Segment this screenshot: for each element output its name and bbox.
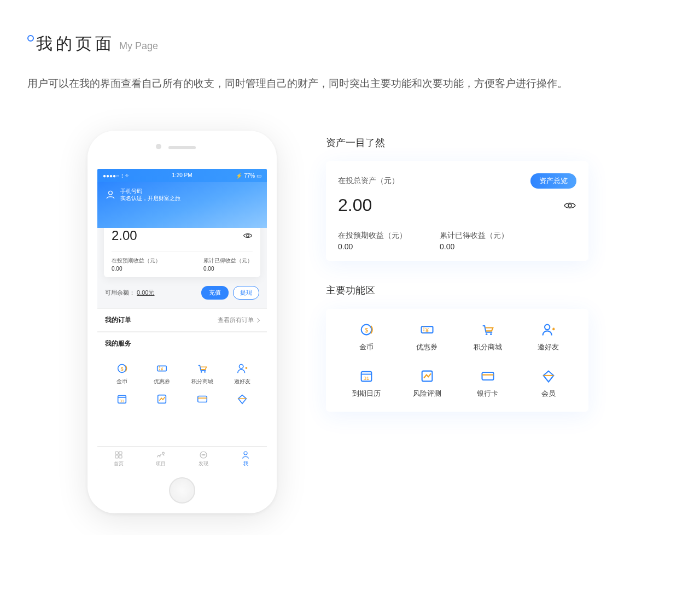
service-item[interactable]: 邀好友 — [518, 322, 579, 352]
tab-label: 项目 — [156, 461, 166, 466]
service-label: 邀好友 — [518, 342, 579, 352]
services-grid-enlarged: 金币优惠券积分商城邀好友到期日历风险评测银行卡会员 — [326, 309, 588, 412]
visibility-toggle-icon[interactable] — [563, 199, 576, 212]
page-description: 用户可以在我的界面查看自己所有的收支，同时管理自己的财产，同时突出主要功能和次要… — [27, 75, 673, 92]
orders-title: 我的订单 — [105, 315, 131, 325]
expected-return-label: 在投预期收益（元） — [112, 257, 161, 265]
service-item[interactable]: 优惠券 — [142, 362, 183, 385]
balance-label: 可用余额： — [105, 289, 135, 296]
total-return-value: 0.00 — [203, 266, 253, 272]
withdraw-button[interactable]: 提现 — [233, 286, 259, 300]
service-item[interactable]: 邀好友 — [223, 362, 263, 385]
service-item[interactable]: 到期日历 — [102, 393, 142, 416]
bank-card-icon — [196, 393, 208, 405]
page-subtitle: My Page — [119, 40, 158, 52]
service-label: 优惠券 — [396, 342, 457, 352]
points-mall-icon — [480, 322, 495, 337]
service-label: 银行卡 — [457, 389, 518, 399]
balance-value[interactable]: 0.00元 — [137, 289, 154, 296]
profile-header[interactable]: 手机号码 实名认证，开启财富之旅 — [97, 182, 267, 228]
status-right: ⚡ 77% ▭ — [236, 173, 261, 179]
tab-icon — [156, 450, 166, 460]
invite-icon — [541, 322, 556, 337]
services-title: 我的服务 — [105, 339, 131, 348]
vip-icon — [236, 393, 248, 405]
service-item[interactable]: 会员 — [518, 368, 579, 399]
orders-view-all: 查看所有订单 — [218, 316, 254, 324]
status-bar: ●●●●○ ⋮ ᯤ 1:20 PM ⚡ 77% ▭ — [97, 169, 267, 182]
service-label: 金币 — [336, 342, 396, 352]
tab-icon — [241, 450, 250, 460]
expected-return-label-big: 在投预期收益（元） — [338, 231, 407, 241]
risk-icon — [156, 393, 168, 405]
title-bullet-icon — [27, 35, 34, 42]
tab-icon — [114, 450, 124, 460]
tab-icon — [199, 450, 208, 460]
asset-overview-button-big[interactable]: 资产总览 — [530, 173, 576, 189]
heading-main-features: 主要功能区 — [326, 284, 588, 297]
user-verify-label: 实名认证，开启财富之旅 — [120, 195, 180, 202]
service-item[interactable]: 风险评测 — [396, 368, 457, 399]
tab-discover[interactable]: 发现 — [199, 450, 208, 467]
tab-project[interactable]: 项目 — [156, 450, 166, 467]
chevron-right-icon — [255, 318, 260, 323]
service-item[interactable]: 金币 — [102, 362, 142, 385]
asset-total-label-big: 在投总资产（元） — [338, 176, 399, 186]
service-item[interactable]: 银行卡 — [457, 368, 518, 399]
service-label: 优惠券 — [142, 378, 183, 385]
coin-icon — [359, 322, 374, 337]
service-label: 风险评测 — [396, 389, 457, 399]
status-time: 1:20 PM — [172, 172, 192, 178]
invite-icon — [236, 362, 248, 374]
tab-me[interactable]: 我 — [241, 450, 250, 467]
orders-row[interactable]: 我的订单 查看所有订单 — [97, 308, 267, 332]
service-item[interactable]: 到期日历 — [336, 368, 396, 399]
page-title-row: 我的页面 My Page — [27, 33, 673, 55]
tab-label: 首页 — [114, 461, 124, 466]
heading-asset-glance: 资产一目了然 — [326, 136, 588, 149]
service-item[interactable]: 积分商城 — [182, 362, 223, 385]
total-return-label-big: 累计已得收益（元） — [440, 231, 509, 241]
calendar-icon — [359, 368, 374, 384]
expected-return-value-big: 0.00 — [338, 242, 407, 251]
service-item[interactable]: 会员 — [223, 393, 263, 416]
phone-device-frame: ●●●●○ ⋮ ᯤ 1:20 PM ⚡ 77% ▭ 手机号码 实名认证，开启财富… — [88, 131, 277, 513]
user-phone-label: 手机号码 — [120, 188, 180, 195]
status-left: ●●●●○ ⋮ ᯤ — [103, 173, 131, 179]
total-return-label: 累计已得收益（元） — [203, 257, 253, 265]
home-button[interactable] — [169, 477, 195, 504]
balance-row: 可用余额： 0.00元 充值 提现 — [97, 277, 267, 308]
service-item[interactable]: 风险评测 — [142, 393, 183, 416]
tab-label: 我 — [243, 461, 248, 466]
total-return-value-big: 0.00 — [440, 242, 509, 251]
asset-amount: 2.00 — [112, 228, 137, 243]
bank-card-icon — [480, 368, 495, 384]
points-mall-icon — [196, 362, 208, 374]
risk-icon — [419, 368, 435, 384]
service-label: 积分商城 — [182, 378, 223, 385]
tab-label: 发现 — [199, 461, 208, 466]
recharge-button[interactable]: 充值 — [201, 286, 229, 300]
tab-bar: 首页项目发现我 — [97, 446, 267, 470]
coin-icon — [116, 362, 128, 374]
services-header: 我的服务 — [97, 332, 267, 355]
asset-amount-big: 2.00 — [338, 195, 372, 215]
user-icon — [105, 189, 116, 200]
vip-icon — [541, 368, 556, 384]
service-label: 金币 — [102, 378, 142, 385]
service-label: 会员 — [518, 389, 579, 399]
calendar-icon — [116, 393, 128, 405]
coupon-icon — [156, 362, 168, 374]
visibility-toggle-icon[interactable] — [243, 231, 253, 241]
service-item[interactable]: 积分商城 — [457, 322, 518, 352]
asset-card-enlarged: 在投总资产（元） 资产总览 2.00 在投预期收益（元） 0.00 累计已得收益… — [326, 161, 588, 261]
tab-home[interactable]: 首页 — [114, 450, 124, 467]
service-label: 到期日历 — [336, 389, 396, 399]
page-title: 我的页面 — [36, 33, 115, 55]
service-item[interactable]: 优惠券 — [396, 322, 457, 352]
service-item[interactable]: 银行卡 — [182, 393, 223, 416]
service-label: 邀好友 — [223, 378, 263, 385]
service-item[interactable]: 金币 — [336, 322, 396, 352]
coupon-icon — [419, 322, 435, 337]
service-label: 积分商城 — [457, 342, 518, 352]
